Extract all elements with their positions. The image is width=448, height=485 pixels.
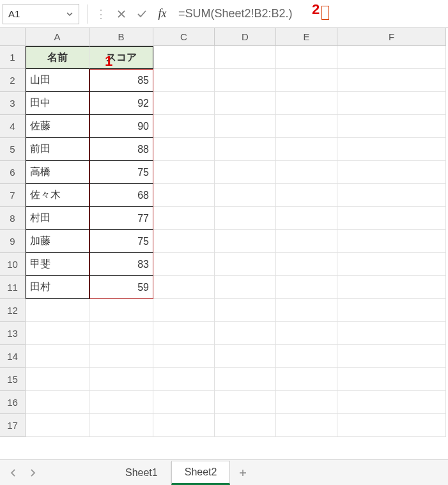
cell-d10[interactable] (215, 253, 276, 276)
cell-d5[interactable] (215, 138, 276, 161)
cell-f1[interactable] (337, 46, 446, 69)
cell-e2[interactable] (276, 69, 337, 92)
cell-b15[interactable] (89, 368, 153, 391)
cell-d9[interactable] (215, 230, 276, 253)
cell-c1[interactable] (153, 46, 215, 69)
cell-a12[interactable] (26, 299, 89, 322)
row-header-14[interactable]: 14 (0, 345, 26, 368)
cell-d8[interactable] (215, 207, 276, 230)
column-header-c[interactable]: C (153, 28, 215, 46)
cell-a7[interactable]: 佐々木 (26, 184, 89, 207)
row-header-17[interactable]: 17 (0, 414, 26, 437)
cell-d14[interactable] (215, 345, 276, 368)
cell-b4[interactable]: 90 (89, 115, 153, 138)
cell-a16[interactable] (26, 391, 89, 414)
cell-e4[interactable] (276, 115, 337, 138)
column-header-f[interactable]: F (337, 28, 446, 46)
cell-d2[interactable] (215, 69, 276, 92)
cell-c3[interactable] (153, 92, 215, 115)
cell-a14[interactable] (26, 345, 89, 368)
row-header-13[interactable]: 13 (0, 322, 26, 345)
cell-e15[interactable] (276, 368, 337, 391)
row-header-2[interactable]: 2 (0, 69, 26, 92)
cell-e11[interactable] (276, 276, 337, 299)
row-header-7[interactable]: 7 (0, 184, 26, 207)
cell-e13[interactable] (276, 322, 337, 345)
row-header-16[interactable]: 16 (0, 391, 26, 414)
cell-b17[interactable] (89, 414, 153, 437)
cell-e8[interactable] (276, 207, 337, 230)
cell-c2[interactable] (153, 69, 215, 92)
row-header-11[interactable]: 11 (0, 276, 26, 299)
cell-d13[interactable] (215, 322, 276, 345)
cell-f15[interactable] (337, 368, 446, 391)
cell-e17[interactable] (276, 414, 337, 437)
column-header-e[interactable]: E (276, 28, 337, 46)
cell-b6[interactable]: 75 (89, 161, 153, 184)
cell-f10[interactable] (337, 253, 446, 276)
tab-sheet2[interactable]: Sheet2 (171, 461, 231, 485)
cell-f11[interactable] (337, 276, 446, 299)
cell-a5[interactable]: 前田 (26, 138, 89, 161)
cell-a15[interactable] (26, 368, 89, 391)
cell-c15[interactable] (153, 368, 215, 391)
fx-icon[interactable]: fx (157, 8, 168, 20)
cell-f9[interactable] (337, 230, 446, 253)
name-box-dropdown-icon[interactable] (66, 10, 73, 18)
cell-c13[interactable] (153, 322, 215, 345)
cell-e12[interactable] (276, 299, 337, 322)
cell-d12[interactable] (215, 299, 276, 322)
cell-b2[interactable]: 85 (89, 69, 153, 92)
cell-c14[interactable] (153, 345, 215, 368)
cell-e3[interactable] (276, 92, 337, 115)
cell-d15[interactable] (215, 368, 276, 391)
cell-a3[interactable]: 田中 (26, 92, 89, 115)
formula-input[interactable]: =SUM(Sheet2!B2:B2.) 2 (174, 4, 445, 24)
cell-a4[interactable]: 佐藤 (26, 115, 89, 138)
column-header-d[interactable]: D (215, 28, 276, 46)
cell-b14[interactable] (89, 345, 153, 368)
cell-d11[interactable] (215, 276, 276, 299)
cell-c16[interactable] (153, 391, 215, 414)
cell-e16[interactable] (276, 391, 337, 414)
cell-d16[interactable] (215, 391, 276, 414)
cell-a6[interactable]: 高橋 (26, 161, 89, 184)
cell-f7[interactable] (337, 184, 446, 207)
cell-e7[interactable] (276, 184, 337, 207)
cell-b11[interactable]: 59 (89, 276, 153, 299)
name-box[interactable]: A1 (3, 4, 79, 24)
cell-c8[interactable] (153, 207, 215, 230)
cell-b5[interactable]: 88 (89, 138, 153, 161)
cell-c17[interactable] (153, 414, 215, 437)
column-header-a[interactable]: A (26, 28, 89, 46)
row-header-1[interactable]: 1 (0, 46, 26, 69)
cell-d17[interactable] (215, 414, 276, 437)
cell-e10[interactable] (276, 253, 337, 276)
cell-b16[interactable] (89, 391, 153, 414)
cell-d3[interactable] (215, 92, 276, 115)
cell-b8[interactable]: 77 (89, 207, 153, 230)
cell-c4[interactable] (153, 115, 215, 138)
cell-a8[interactable]: 村田 (26, 207, 89, 230)
cell-f6[interactable] (337, 161, 446, 184)
cell-b10[interactable]: 83 (89, 253, 153, 276)
cell-c9[interactable] (153, 230, 215, 253)
row-header-4[interactable]: 4 (0, 115, 26, 138)
cell-f5[interactable] (337, 138, 446, 161)
tab-sheet1[interactable]: Sheet1 (112, 462, 171, 484)
cell-a13[interactable] (26, 322, 89, 345)
select-all-corner[interactable] (0, 28, 26, 46)
cell-b12[interactable] (89, 299, 153, 322)
column-header-b[interactable]: B (89, 28, 153, 46)
cell-c10[interactable] (153, 253, 215, 276)
cell-c6[interactable] (153, 161, 215, 184)
add-sheet-button[interactable] (230, 468, 256, 478)
cell-b9[interactable]: 75 (89, 230, 153, 253)
cell-a17[interactable] (26, 414, 89, 437)
cell-c12[interactable] (153, 299, 215, 322)
row-header-10[interactable]: 10 (0, 253, 26, 276)
cell-f4[interactable] (337, 115, 446, 138)
row-header-6[interactable]: 6 (0, 161, 26, 184)
row-header-3[interactable]: 3 (0, 92, 26, 115)
cell-a10[interactable]: 甲斐 (26, 253, 89, 276)
